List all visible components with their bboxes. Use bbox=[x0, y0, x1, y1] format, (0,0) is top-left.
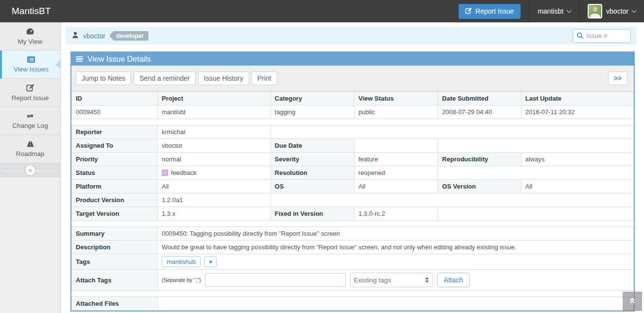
row-summary: Summary 0009450: Tagging possibility dir… bbox=[72, 227, 634, 241]
tag-mantishub[interactable]: mantishub bbox=[162, 256, 201, 267]
sidebar-item-roadmap[interactable]: Roadmap bbox=[0, 135, 60, 163]
username-link[interactable]: vboctor bbox=[83, 32, 105, 40]
row-tags: Tags mantishub × bbox=[72, 254, 634, 270]
dashboard-icon bbox=[26, 28, 34, 35]
fixed-in-version-value: 1.3.0-rc.2 bbox=[354, 207, 438, 221]
sidebar-collapse-button[interactable]: « bbox=[25, 165, 36, 176]
issue-summary-table: ID Project Category View Status Date Sub… bbox=[71, 91, 634, 119]
remove-tag-button[interactable]: × bbox=[204, 256, 217, 267]
platform-value: All bbox=[158, 180, 271, 193]
row-description: Description Would be great to have taggi… bbox=[72, 241, 634, 254]
select-spinner-icon bbox=[425, 277, 429, 283]
jump-to-notes-button[interactable]: Jump to Notes bbox=[76, 71, 131, 85]
empty-cell bbox=[271, 193, 633, 207]
empty-cell bbox=[438, 139, 634, 153]
attached-files-table: Attached Files bbox=[71, 296, 634, 311]
row-assigned-to: Assigned To vboctor Due Date bbox=[72, 139, 634, 153]
col-header-date-submitted: Date Submitted bbox=[438, 92, 521, 105]
summary-value: 0009450: Tagging possibility directly fr… bbox=[158, 227, 634, 241]
due-date-value bbox=[354, 139, 438, 153]
project-dropdown[interactable]: mantisbt bbox=[529, 0, 579, 22]
summary-label: Summary bbox=[72, 227, 158, 241]
tags-value: mantishub × bbox=[158, 254, 634, 270]
edit-icon bbox=[26, 84, 34, 92]
empty-cell bbox=[271, 125, 633, 139]
product-version-label: Product Version bbox=[72, 193, 158, 207]
col-header-project: Project bbox=[158, 92, 271, 105]
row-platform: Platform All OS All OS Version All bbox=[72, 180, 634, 193]
sidebar: My View View Issues Report Issue bbox=[0, 22, 61, 313]
issue-search bbox=[573, 29, 631, 43]
platform-label: Platform bbox=[72, 180, 158, 193]
issue-values-row: 0009450 mantisbt tagging public 2008-07-… bbox=[72, 105, 634, 119]
sidebar-item-my-view[interactable]: My View bbox=[0, 22, 60, 51]
severity-value: feature bbox=[354, 153, 438, 166]
status-value: feedback bbox=[158, 166, 271, 180]
project-dropdown-label: mantisbt bbox=[538, 7, 563, 15]
person-icon bbox=[71, 31, 79, 40]
active-item-marker-icon bbox=[56, 60, 60, 69]
scroll-top-button[interactable] bbox=[623, 292, 642, 311]
road-icon bbox=[26, 140, 34, 148]
empty-cell bbox=[438, 207, 634, 221]
os-version-label: OS Version bbox=[438, 180, 521, 193]
tags-label: Tags bbox=[72, 254, 158, 270]
attach-tags-value: (Separate by ",") Existing tags Attach bbox=[158, 270, 634, 291]
sidebar-collapse-strip: « bbox=[0, 163, 60, 177]
row-attach-tags: Attach Tags (Separate by ",") Existing t… bbox=[72, 270, 634, 291]
user-dropdown[interactable]: vboctor bbox=[579, 0, 644, 22]
col-header-last-update: Last Update bbox=[521, 92, 633, 105]
retweet-icon bbox=[26, 112, 34, 120]
main-content: vboctor developer View Issue Details Jum… bbox=[61, 22, 644, 313]
sidebar-item-view-issues[interactable]: View Issues bbox=[0, 51, 60, 79]
send-reminder-button[interactable]: Send a reminder bbox=[134, 71, 196, 85]
user-infobar: vboctor developer bbox=[66, 27, 637, 45]
assigned-to-value: vboctor bbox=[158, 139, 271, 153]
next-issue-button[interactable]: >> bbox=[608, 71, 627, 85]
chevron-down-icon bbox=[632, 8, 637, 13]
top-navbar: MantisBT Report Issue mantisbt vboctor bbox=[0, 0, 644, 22]
severity-label: Severity bbox=[271, 153, 354, 166]
issue-view-status: public bbox=[354, 105, 438, 119]
attached-files-value bbox=[158, 297, 634, 311]
sidebar-item-label: My View bbox=[18, 38, 43, 45]
issue-description-table: Summary 0009450: Tagging possibility dir… bbox=[71, 226, 634, 291]
user-dropdown-label: vboctor bbox=[606, 7, 628, 15]
issue-history-button[interactable]: Issue History bbox=[198, 71, 249, 85]
sidebar-item-change-log[interactable]: Change Log bbox=[0, 107, 60, 135]
attach-button[interactable]: Attach bbox=[437, 273, 470, 287]
row-status: Status feedback Resolution reopened bbox=[72, 166, 634, 180]
navbar-right: Report Issue mantisbt vboctor bbox=[458, 0, 644, 22]
row-attached-files: Attached Files bbox=[72, 297, 634, 311]
app-logo[interactable]: MantisBT bbox=[0, 6, 62, 17]
col-header-category: Category bbox=[271, 92, 354, 105]
avatar bbox=[588, 4, 602, 18]
edit-icon bbox=[465, 7, 472, 16]
panel-header: View Issue Details bbox=[71, 52, 634, 66]
chevron-up-icon bbox=[628, 297, 636, 306]
os-label: OS bbox=[271, 180, 354, 193]
issue-fields-table: Reporter krmichal Assigned To vboctor Du… bbox=[71, 125, 634, 221]
sidebar-item-report-issue[interactable]: Report Issue bbox=[0, 79, 60, 107]
sidebar-item-label: Report Issue bbox=[12, 94, 49, 102]
sidebar-item-label: Change Log bbox=[12, 122, 48, 129]
product-version-value: 1.2.0a1 bbox=[158, 193, 271, 207]
report-issue-button[interactable]: Report Issue bbox=[458, 4, 521, 19]
os-version-value: All bbox=[521, 180, 633, 193]
priority-value: normal bbox=[158, 153, 271, 166]
report-issue-label: Report Issue bbox=[475, 7, 514, 15]
issue-last-update: 2016-07-11 20:32 bbox=[521, 105, 633, 119]
list-icon bbox=[27, 56, 35, 63]
close-icon: × bbox=[209, 258, 213, 265]
existing-tags-select[interactable]: Existing tags bbox=[350, 273, 433, 287]
description-value: Would be great to have tagging possibili… bbox=[158, 241, 634, 254]
existing-tags-select-value: Existing tags bbox=[354, 277, 391, 284]
issue-id: 0009450 bbox=[72, 105, 158, 119]
print-button[interactable]: Print bbox=[252, 71, 277, 85]
row-reporter: Reporter krmichal bbox=[72, 125, 634, 139]
status-color-swatch bbox=[162, 170, 168, 176]
row-target-version: Target Version 1.3.x Fixed in Version 1.… bbox=[72, 207, 634, 221]
issue-toolbar: Jump to Notes Send a reminder Issue Hist… bbox=[71, 66, 634, 91]
attach-tags-input[interactable] bbox=[205, 273, 346, 287]
chevron-down-icon bbox=[567, 8, 572, 13]
